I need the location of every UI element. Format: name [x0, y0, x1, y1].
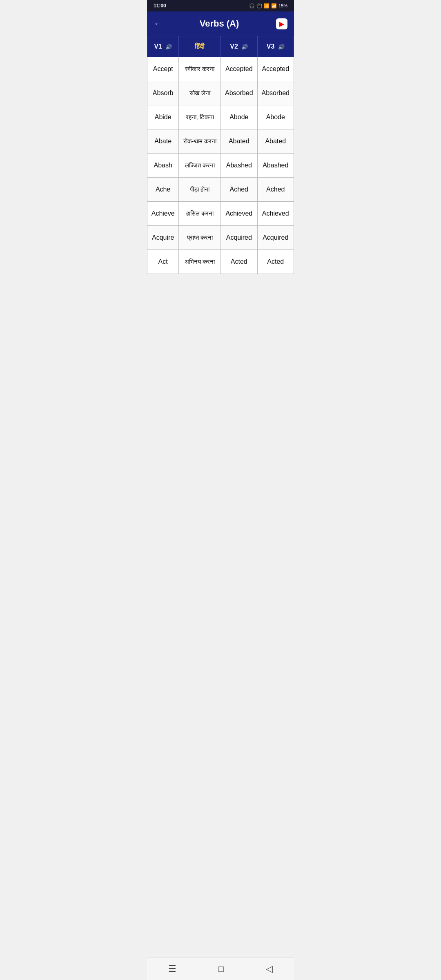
menu-icon[interactable]: ☰ — [168, 964, 176, 974]
signal2-icon: 📶 — [271, 3, 277, 9]
cell-v2: Absorbed — [221, 81, 257, 105]
app-header: ← Verbs (A) ▶ — [147, 11, 294, 36]
home-icon[interactable]: □ — [218, 964, 224, 974]
vibrate-icon: 📳 — [256, 3, 262, 9]
col-v2[interactable]: V2 🔊 — [221, 36, 257, 57]
cell-v2: Abashed — [221, 154, 257, 178]
back-button[interactable]: ← — [154, 18, 163, 29]
cell-v2: Accepted — [221, 57, 257, 81]
cell-v3: Accepted — [257, 57, 294, 81]
cell-v3: Abashed — [257, 154, 294, 178]
battery-icon: 15% — [278, 3, 287, 8]
cell-hindi: रहना, टिकना — [179, 105, 221, 129]
cell-v1: Accept — [147, 57, 179, 81]
v1-sound-icon[interactable]: 🔊 — [165, 44, 172, 50]
cell-v2: Acted — [221, 250, 257, 274]
cell-v1: Abash — [147, 154, 179, 178]
cell-v3: Abated — [257, 129, 294, 154]
back-nav-icon[interactable]: ◁ — [266, 964, 273, 974]
cell-v3: Acquired — [257, 226, 294, 250]
status-time: 11:00 — [154, 3, 166, 9]
v3-sound-icon[interactable]: 🔊 — [278, 44, 285, 50]
table-row[interactable]: Acquireप्राप्त करनाAcquiredAcquired — [147, 226, 294, 250]
table-row[interactable]: Actअभिनय करनाActedActed — [147, 250, 294, 274]
cell-hindi: लज्जित करना — [179, 154, 221, 178]
cell-v1: Act — [147, 250, 179, 274]
cell-v2: Abode — [221, 105, 257, 129]
cell-v1: Ache — [147, 178, 179, 202]
bottom-navigation: ☰ □ ◁ — [147, 958, 294, 980]
youtube-button[interactable]: ▶ — [276, 18, 287, 29]
table-row[interactable]: Abashलज्जित करनाAbashedAbashed — [147, 154, 294, 178]
cell-hindi: स्वीकार करना — [179, 57, 221, 81]
cell-v1: Abate — [147, 129, 179, 154]
cell-v3: Abode — [257, 105, 294, 129]
cell-hindi: अभिनय करना — [179, 250, 221, 274]
table-header-row: V1 🔊 हिंदी V2 🔊 V3 🔊 — [147, 36, 294, 57]
verbs-table-container: V1 🔊 हिंदी V2 🔊 V3 🔊 Acceptस्वीकार करनाA… — [147, 36, 294, 274]
cell-hindi: रोक-थाम करना — [179, 129, 221, 154]
table-row[interactable]: Acheपीड़ा होनाAchedAched — [147, 178, 294, 202]
cell-v3: Acted — [257, 250, 294, 274]
headphone-icon: 🎧 — [249, 3, 255, 9]
col-v3[interactable]: V3 🔊 — [257, 36, 294, 57]
signal-icon: 📶 — [264, 3, 270, 9]
youtube-icon: ▶ — [279, 20, 284, 28]
verbs-table: V1 🔊 हिंदी V2 🔊 V3 🔊 Acceptस्वीकार करनाA… — [147, 36, 294, 274]
cell-v3: Absorbed — [257, 81, 294, 105]
cell-hindi: पीड़ा होना — [179, 178, 221, 202]
status-bar: 11:00 🎧 📳 📶 📶 15% — [147, 0, 294, 11]
table-row[interactable]: Achieveहासिल करनाAchievedAchieved — [147, 202, 294, 226]
cell-v3: Achieved — [257, 202, 294, 226]
status-icons: 🎧 📳 📶 📶 15% — [249, 3, 287, 9]
cell-hindi: सोख लेना — [179, 81, 221, 105]
cell-v1: Absorb — [147, 81, 179, 105]
v2-sound-icon[interactable]: 🔊 — [241, 44, 248, 50]
cell-v1: Abide — [147, 105, 179, 129]
page-title: Verbs (A) — [163, 18, 276, 29]
cell-v3: Ached — [257, 178, 294, 202]
cell-v2: Abated — [221, 129, 257, 154]
cell-v1: Achieve — [147, 202, 179, 226]
cell-hindi: हासिल करना — [179, 202, 221, 226]
col-v1[interactable]: V1 🔊 — [147, 36, 179, 57]
cell-hindi: प्राप्त करना — [179, 226, 221, 250]
table-row[interactable]: Abideरहना, टिकनाAbodeAbode — [147, 105, 294, 129]
cell-v1: Acquire — [147, 226, 179, 250]
table-row[interactable]: Acceptस्वीकार करनाAcceptedAccepted — [147, 57, 294, 81]
cell-v2: Achieved — [221, 202, 257, 226]
cell-v2: Ached — [221, 178, 257, 202]
table-row[interactable]: Abateरोक-थाम करनाAbatedAbated — [147, 129, 294, 154]
col-hindi[interactable]: हिंदी — [179, 36, 221, 57]
cell-v2: Acquired — [221, 226, 257, 250]
table-row[interactable]: Absorbसोख लेनाAbsorbedAbsorbed — [147, 81, 294, 105]
